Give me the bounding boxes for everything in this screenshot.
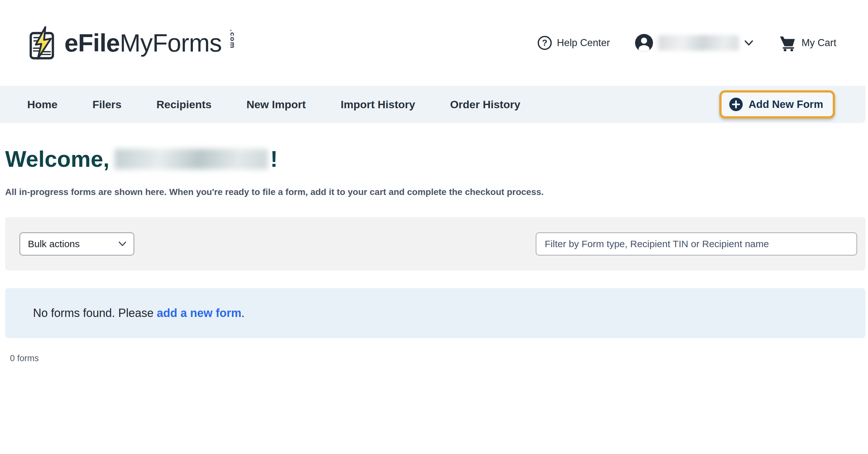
my-cart-button[interactable]: My Cart xyxy=(779,35,837,51)
empty-state-text: No forms found. Please xyxy=(33,306,153,320)
redacted-welcome-name xyxy=(115,149,268,169)
user-menu[interactable] xyxy=(635,34,754,52)
brand-name: eFileMyForms xyxy=(64,30,222,55)
add-a-new-form-link[interactable]: add a new form xyxy=(157,306,241,320)
welcome-prefix: Welcome, xyxy=(5,148,110,170)
my-cart-label: My Cart xyxy=(802,37,837,48)
redacted-user-name xyxy=(658,35,739,51)
main-content: Welcome, ! All in-progress forms are sho… xyxy=(0,148,868,363)
brand-logo[interactable]: eFileMyForms .com xyxy=(27,22,237,64)
shopping-cart-icon xyxy=(779,35,797,51)
forms-toolbar: Bulk actions xyxy=(5,217,865,270)
clipboard-lightning-icon xyxy=(27,22,60,64)
welcome-suffix: ! xyxy=(271,148,278,170)
chevron-down-icon xyxy=(118,241,127,247)
help-center-label: Help Center xyxy=(557,37,610,48)
page-title: Welcome, ! xyxy=(5,148,868,170)
nav-item-recipients[interactable]: Recipients xyxy=(156,98,212,111)
add-new-form-button[interactable]: Add New Form xyxy=(719,90,835,119)
page-description: All in-progress forms are shown here. Wh… xyxy=(5,187,868,197)
brand-name-regular: MyForms xyxy=(120,30,222,55)
nav-item-new-import[interactable]: New Import xyxy=(246,98,306,111)
add-new-form-label: Add New Form xyxy=(748,98,823,110)
nav-item-filers[interactable]: Filers xyxy=(92,98,121,111)
filter-input[interactable] xyxy=(536,232,857,256)
empty-state-banner: No forms found. Please add a new form. xyxy=(5,288,865,338)
user-avatar-icon xyxy=(635,34,653,52)
bulk-actions-select[interactable]: Bulk actions xyxy=(20,232,134,256)
brand-name-bold: eFile xyxy=(64,30,120,55)
nav-item-order-history[interactable]: Order History xyxy=(450,98,520,111)
help-center-button[interactable]: ? Help Center xyxy=(538,36,610,50)
empty-state-period: . xyxy=(241,306,245,320)
nav-item-import-history[interactable]: Import History xyxy=(341,98,415,111)
app-header: eFileMyForms .com ? Help Center xyxy=(0,0,868,86)
nav-item-home[interactable]: Home xyxy=(27,98,57,111)
forms-count: 0 forms xyxy=(10,354,868,363)
brand-tld: .com xyxy=(229,29,237,56)
chevron-down-icon xyxy=(744,39,754,46)
bulk-actions-label: Bulk actions xyxy=(28,238,80,250)
question-circle-icon: ? xyxy=(538,36,552,50)
main-nav: Home Filers Recipients New Import Import… xyxy=(0,86,865,123)
plus-circle-icon xyxy=(729,98,743,111)
header-actions: ? Help Center xyxy=(538,34,836,52)
